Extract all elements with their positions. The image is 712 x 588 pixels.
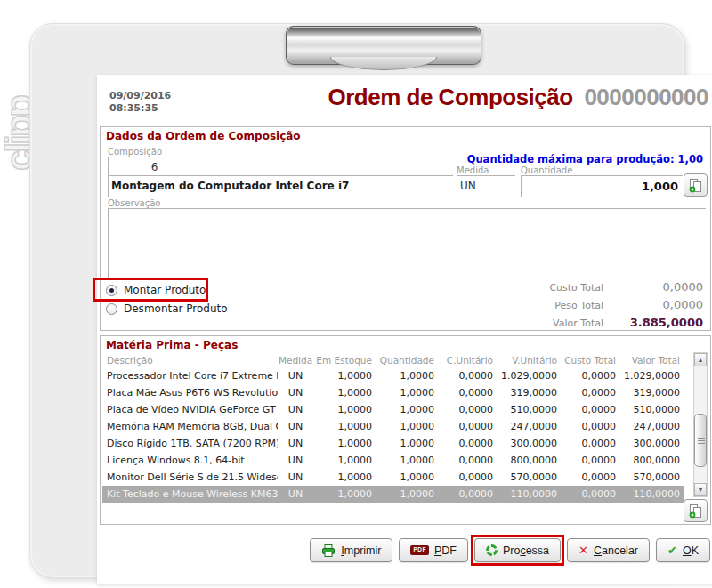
datetime: 09/09/2016 08:35:35 [109,90,171,115]
table-row[interactable]: Licença Windows 8.1, 64-bitUN1,00001,000… [102,452,684,469]
pdf-icon: PDF [410,545,429,555]
add-document-icon [688,503,703,519]
table-scrollbar[interactable]: ▲ ▼ [693,352,708,497]
peso-total-label: Peso Total [554,300,603,311]
table-cell: 0,0000 [434,455,493,466]
table-cell: 1.029,0000 [616,370,684,382]
medida-label: Medida [457,165,489,175]
radio-desmontar-label: Desmontar Produto [124,302,228,315]
table-row[interactable]: Placa de Vídeo NVIDIA GeForce GT 635 1GB… [102,401,684,418]
printer-icon [321,544,336,557]
pdf-button[interactable]: PDF PDF [399,538,468,562]
section-materia-prima-title: Matéria Prima - Peças [106,339,238,351]
table-cell: Disco Rígido 1TB, SATA (7200 RPM) [102,438,278,449]
section-dados-title: Dados da Ordem de Composição [106,130,301,142]
valor-total-value: 3.885,0000 [623,316,703,329]
table-cell: Monitor Dell Série S de 21.5 Widescreeb … [102,471,278,483]
table-row[interactable]: Processador Intel Core i7 Extreme Editio… [102,367,684,384]
scrollbar-thumb[interactable] [694,414,707,467]
imprimir-button[interactable]: Imprimir [310,538,392,562]
col-quantidade: Quantidade [372,355,434,366]
custo-total-value: 0,0000 [623,280,703,294]
table-cell: 300,0000 [616,438,684,449]
table-cell: 1,0000 [313,421,372,432]
table-cell: 0,0000 [557,370,616,382]
time-text: 08:35:35 [109,102,171,115]
table-cell: Memória RAM Memória 8GB, Dual Channel DD… [102,421,278,432]
cancelar-button[interactable]: ✕ Cancelar [567,538,650,562]
table-row[interactable]: Kit Teclado e Mouse Wireless KM632UN1,00… [102,486,684,503]
table-row[interactable]: Memória RAM Memória 8GB, Dual Channel DD… [102,418,684,435]
col-custo-total: Custo Total [557,355,616,366]
composicao-field[interactable]: 6 [108,157,200,176]
processa-button[interactable]: Processa [474,538,561,562]
observacao-label: Observação [108,198,160,208]
table-row[interactable]: Disco Rígido 1TB, SATA (7200 RPM)UN1,000… [102,435,684,452]
ok-button[interactable]: ✔ OK [656,538,710,562]
table-cell: 0,0000 [557,488,616,500]
table-cell: UN [278,404,313,415]
table-cell: 0,0000 [557,471,616,483]
table-cell: 0,0000 [557,421,616,432]
scroll-up-icon[interactable]: ▲ [694,353,707,366]
quantidade-field[interactable]: 1,000 [521,175,683,197]
page-title: Ordem de Composição 0000000000 [328,84,708,111]
table-cell: 1,0000 [372,421,434,432]
table-cell: 1,0000 [372,404,434,415]
process-spinner-icon [486,544,498,556]
radio-montar-produto[interactable]: Montar Produto [106,284,206,296]
table-row[interactable]: Placa Mãe Asus P6T6 WS RevolutionUN1,000… [102,384,684,401]
col-valor-total: Valor Total [616,355,684,366]
table-cell: 570,0000 [616,471,684,483]
produto-field[interactable]: Montagem do Computador Intel Core i7 [108,175,453,197]
table-cell: 1,0000 [313,455,372,466]
radio-desmontar-produto[interactable]: Desmontar Produto [106,302,228,315]
peso-total-value: 0,0000 [623,298,703,311]
add-document-button[interactable] [684,173,708,197]
table-cell: 110,0000 [493,488,557,500]
table-cell: 0,0000 [434,438,493,449]
cancel-x-icon: ✕ [578,544,588,557]
clipboard-clip-icon [286,26,481,65]
table-cell: 1.029,0000 [493,370,557,382]
table-cell: 1,0000 [313,438,372,449]
table-cell: 800,0000 [616,455,684,466]
table-row[interactable]: Monitor Dell Série S de 21.5 Widescreeb … [102,469,684,486]
radio-button-icon [106,303,117,315]
totals: Custo Total 0,0000 Peso Total 0,0000 Val… [498,280,703,334]
table-cell: 800,0000 [493,455,557,466]
table-cell: 1,0000 [372,370,434,382]
table-cell: 510,0000 [616,404,684,415]
table-cell: 1,0000 [313,488,372,500]
table-cell: 510,0000 [493,404,557,415]
scroll-down-icon[interactable]: ▼ [694,483,707,496]
col-c-unitario: C.Unitário [434,355,493,366]
radio-montar-label: Montar Produto [124,284,206,296]
table-cell: 570,0000 [493,471,557,483]
total-row-custo: Custo Total 0,0000 [498,280,703,298]
table-cell: 0,0000 [557,438,616,449]
table-cell: 247,0000 [493,421,557,432]
table-cell: UN [278,421,313,432]
valor-total-label: Valor Total [553,318,603,329]
col-descricao: Descrição [102,355,278,366]
medida-field[interactable]: UN [457,175,515,197]
col-medida: Medida [278,355,313,366]
table-cell: UN [278,455,313,466]
date-text: 09/09/2016 [109,90,171,102]
max-producao-note: Quantidade máxima para produção: 1,00 [467,153,703,165]
table-cell: 110,0000 [616,488,684,500]
table-cell: 1,0000 [313,404,372,415]
table-cell: 247,0000 [616,421,684,432]
table-cell: 319,0000 [616,387,684,399]
table-cell: 0,0000 [434,421,493,432]
table-cell: UN [278,438,313,449]
table-cell: UN [278,471,313,483]
table-header: Descrição Medida Em Estoque Quantidade C… [102,352,684,367]
title-text: Ordem de Composição [328,84,573,110]
add-part-document-button[interactable] [684,499,708,522]
observacao-field[interactable] [108,208,706,278]
table-cell: 1,0000 [372,438,434,449]
table-cell: 0,0000 [434,370,493,382]
table-cell: Placa de Vídeo NVIDIA GeForce GT 635 1GB… [102,404,278,415]
